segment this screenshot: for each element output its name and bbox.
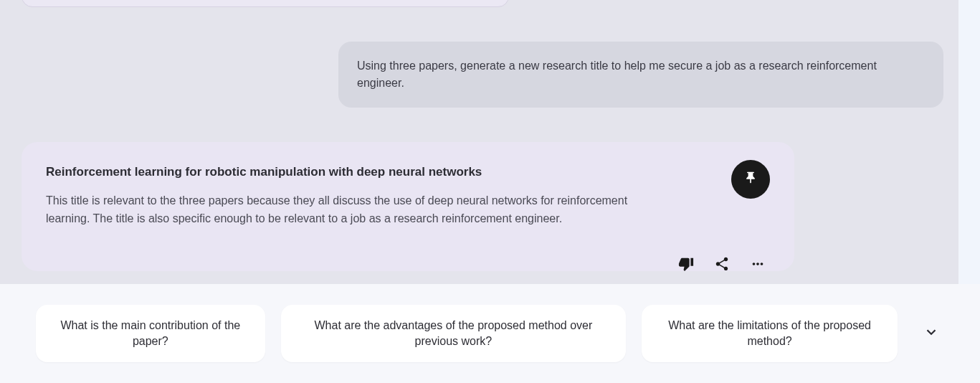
chevron-down-icon — [923, 324, 939, 343]
user-message-text: Using three papers, generate a new resea… — [357, 60, 877, 89]
suggestion-text: What are the advantages of the proposed … — [301, 318, 606, 350]
suggestion-pill-2[interactable]: What are the advantages of the proposed … — [281, 305, 627, 363]
suggestions-expand-button[interactable] — [919, 321, 944, 346]
previous-card-sliver — [22, 0, 509, 7]
assistant-response-body: This title is relevant to the three pape… — [46, 192, 670, 228]
suggestion-text: What are the limitations of the proposed… — [662, 318, 877, 350]
user-message-bubble: Using three papers, generate a new resea… — [338, 42, 943, 108]
share-icon[interactable] — [714, 256, 730, 275]
suggestion-pill-1[interactable]: What is the main contribution of the pap… — [36, 305, 265, 363]
suggestions-bar: What is the main contribution of the pap… — [0, 284, 980, 383]
suggestion-pill-3[interactable]: What are the limitations of the proposed… — [642, 305, 898, 363]
pin-icon — [743, 171, 758, 188]
thumbs-down-icon[interactable] — [678, 256, 694, 275]
more-icon[interactable] — [750, 256, 766, 275]
suggestion-text: What is the main contribution of the pap… — [56, 318, 245, 350]
response-actions — [678, 256, 766, 275]
assistant-response-card: Reinforcement learning for robotic manip… — [22, 142, 794, 271]
assistant-response-title: Reinforcement learning for robotic manip… — [46, 165, 770, 179]
pin-button[interactable] — [731, 160, 770, 199]
